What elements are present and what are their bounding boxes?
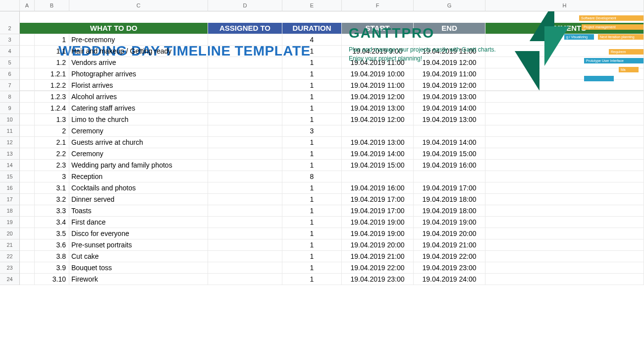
cell-A[interactable] <box>20 103 35 114</box>
cell-duration[interactable]: 1 <box>282 91 342 103</box>
cell-duration[interactable]: 1 <box>282 274 342 285</box>
row-header-16[interactable]: 16 <box>0 182 20 194</box>
cell-end[interactable]: 19.04.2019 19:00 <box>414 217 485 228</box>
cell-task-id[interactable]: 1.3 <box>35 114 69 125</box>
row-header-19[interactable]: 19 <box>0 217 20 228</box>
cell-A[interactable] <box>20 114 35 125</box>
cell-task-name[interactable]: Cocktails and photos <box>69 182 208 194</box>
row-header-23[interactable]: 23 <box>0 262 20 274</box>
cell-start[interactable]: 19.04.2019 16:00 <box>342 182 414 194</box>
cell-task-name[interactable]: Bouquet toss <box>69 262 208 274</box>
row-header-3[interactable]: 3 <box>0 34 20 46</box>
cell-task-id[interactable]: 3.8 <box>35 251 69 262</box>
row-header-14[interactable]: 14 <box>0 160 20 171</box>
cell-assigned[interactable] <box>208 228 282 239</box>
cell-start[interactable]: 19.04.2019 19:00 <box>342 217 414 228</box>
cell-start[interactable]: 19.04.2019 19:00 <box>342 228 414 239</box>
cell-task-id[interactable]: 2.3 <box>35 160 69 171</box>
cell-start[interactable] <box>342 171 414 182</box>
cell-task-name[interactable]: Guests arrive at church <box>69 137 208 148</box>
cell-task-id[interactable]: 3.5 <box>35 228 69 239</box>
cell-assigned[interactable] <box>208 205 282 217</box>
cell-end[interactable]: 19.04.2019 14:00 <box>414 103 485 114</box>
cell-duration[interactable]: 1 <box>282 148 342 160</box>
cell-assigned[interactable] <box>208 171 282 182</box>
cell-start[interactable]: 19.04.2019 12:00 <box>342 114 414 125</box>
cell-task-id[interactable]: 3.10 <box>35 274 69 285</box>
cell-duration[interactable]: 8 <box>282 171 342 182</box>
cell-task-id[interactable]: 3.4 <box>35 217 69 228</box>
cell-end[interactable] <box>414 125 485 137</box>
cell-A[interactable] <box>20 205 35 217</box>
col-header-B[interactable]: B <box>35 0 69 11</box>
cell-task-name[interactable]: Hair and makeup / Getting ready <box>69 46 208 57</box>
cell-A[interactable] <box>20 137 35 148</box>
cell-comments[interactable] <box>485 103 644 114</box>
cell-task-name[interactable]: Limo to the church <box>69 114 208 125</box>
cell-task-name[interactable]: First dance <box>69 217 208 228</box>
cell-A[interactable] <box>20 194 35 205</box>
row-header-24[interactable]: 24 <box>0 274 20 285</box>
cell-end[interactable]: 19.04.2019 21:00 <box>414 239 485 251</box>
cell-task-name[interactable]: Wedding party and family photos <box>69 160 208 171</box>
th-assigned[interactable]: ASSIGNED TO <box>208 23 282 34</box>
cell-A[interactable] <box>20 125 35 137</box>
cell-assigned[interactable] <box>208 182 282 194</box>
cell-comments[interactable] <box>485 239 644 251</box>
cell-A[interactable] <box>20 57 35 68</box>
row-header-2[interactable]: 2 <box>0 23 20 34</box>
cell-end[interactable]: 19.04.2019 15:00 <box>414 148 485 160</box>
row-header-22[interactable]: 22 <box>0 251 20 262</box>
cell-task-id[interactable]: 3 <box>35 171 69 182</box>
col-header-D[interactable]: D <box>208 0 282 11</box>
cell-start[interactable]: 19.04.2019 14:00 <box>342 148 414 160</box>
cell-duration[interactable]: 1 <box>282 137 342 148</box>
cell-end[interactable] <box>414 171 485 182</box>
row-header-12[interactable]: 12 <box>0 137 20 148</box>
cell-start[interactable]: 19.04.2019 17:00 <box>342 205 414 217</box>
row-header-13[interactable]: 13 <box>0 148 20 160</box>
cell-A[interactable] <box>20 46 35 57</box>
cell-task-id[interactable]: 3.9 <box>35 262 69 274</box>
cell-start[interactable]: 19.04.2019 12:00 <box>342 91 414 103</box>
cell-assigned[interactable] <box>208 160 282 171</box>
cell-assigned[interactable] <box>208 34 282 46</box>
cell-task-name[interactable]: Florist arrives <box>69 80 208 91</box>
row-header-4[interactable]: 4 <box>0 46 20 57</box>
cell-assigned[interactable] <box>208 239 282 251</box>
cell-comments[interactable] <box>485 217 644 228</box>
cell-start[interactable]: 19.04.2019 15:00 <box>342 160 414 171</box>
cell-duration[interactable]: 1 <box>282 80 342 91</box>
cell-task-id[interactable]: 3.6 <box>35 239 69 251</box>
row-header-9[interactable]: 9 <box>0 103 20 114</box>
cell-duration[interactable]: 1 <box>282 217 342 228</box>
row-header-6[interactable]: 6 <box>0 68 20 80</box>
cell-task-name[interactable]: Toasts <box>69 205 208 217</box>
cell-comments[interactable] <box>485 262 644 274</box>
cell-task-name[interactable]: Dinner served <box>69 194 208 205</box>
cell-assigned[interactable] <box>208 148 282 160</box>
col-header-A[interactable]: A <box>20 0 35 11</box>
cell-end[interactable]: 19.04.2019 23:00 <box>414 262 485 274</box>
row-header-11[interactable]: 11 <box>0 125 20 137</box>
row-header-5[interactable]: 5 <box>0 57 20 68</box>
cell-duration[interactable]: 3 <box>282 125 342 137</box>
cell-comments[interactable] <box>485 171 644 182</box>
cell-comments[interactable] <box>485 137 644 148</box>
cell-comments[interactable] <box>485 205 644 217</box>
cell-duration[interactable]: 1 <box>282 194 342 205</box>
cell-task-id[interactable]: 3.3 <box>35 205 69 217</box>
cell-start[interactable]: 19.04.2019 17:00 <box>342 194 414 205</box>
cell-comments[interactable] <box>485 160 644 171</box>
cell-task-name[interactable]: Vendors arrive <box>69 57 208 68</box>
cell-comments[interactable] <box>485 91 644 103</box>
cell-assigned[interactable] <box>208 57 282 68</box>
cell-assigned[interactable] <box>208 114 282 125</box>
cell-assigned[interactable] <box>208 251 282 262</box>
cell-A[interactable] <box>20 182 35 194</box>
cell-task-id[interactable]: 1.2 <box>35 57 69 68</box>
cell-duration[interactable]: 1 <box>282 68 342 80</box>
row-header-7[interactable]: 7 <box>0 80 20 91</box>
cell-A[interactable] <box>20 228 35 239</box>
cell-comments[interactable] <box>485 182 644 194</box>
